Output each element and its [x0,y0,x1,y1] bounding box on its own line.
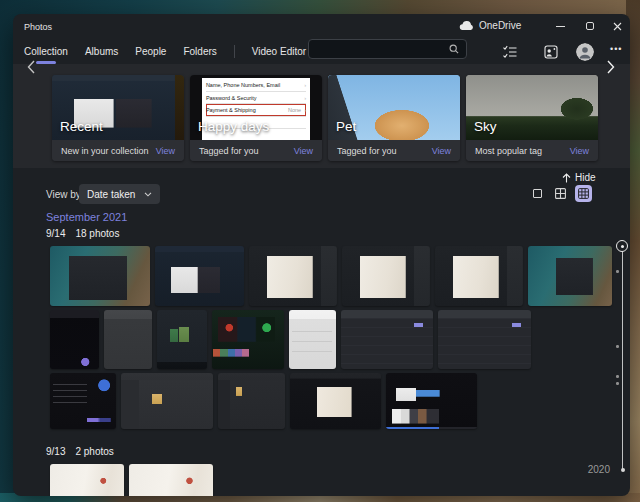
tab-collection[interactable]: Collection [24,46,68,57]
view-small-icon [578,188,589,199]
photo-section: 9/1418 photos [50,227,612,429]
card-caption-bar: Tagged for youView [190,140,322,161]
settings-row: Payment & ShippingNone› [206,104,306,117]
photo-thumbnail[interactable] [249,246,337,306]
maximize-icon [586,22,594,30]
photo-thumbnail[interactable] [342,246,430,306]
view-medium-icon [555,188,566,199]
photo-thumbnail[interactable] [212,310,284,369]
settings-row-label: Payment & Shipping [206,107,256,113]
select-multiple-button[interactable] [503,45,517,58]
hide-carousel-button[interactable]: Hide [562,172,596,183]
hero-carousel: RecentNew in your collectionViewName, Ph… [13,64,630,168]
close-button[interactable] [610,19,624,33]
card-view-link[interactable]: View [432,146,451,156]
onedrive-status[interactable]: OneDrive [459,20,521,31]
more-icon: ••• [610,44,622,54]
photo-thumbnail[interactable] [50,464,124,496]
card-caption-bar: Most popular tagView [466,140,598,161]
chevron-right-icon [607,60,615,74]
search-box[interactable] [308,39,467,59]
photo-thumbnail[interactable] [50,373,116,429]
photo-thumbnail[interactable] [50,246,150,306]
card-caption-bar: Tagged for youView [328,140,460,161]
cloud-icon [459,21,474,31]
photo-thumbnail[interactable] [218,373,285,429]
photo-thumbnail[interactable] [438,310,531,369]
photo-thumbnail[interactable] [341,310,433,369]
card-view-link[interactable]: View [294,146,313,156]
hero-card-sky[interactable]: SkyMost popular tagView [466,75,598,161]
view-small-button[interactable] [575,185,592,202]
chevron-left-icon [27,60,35,74]
photo-thumbnail[interactable] [290,373,381,429]
card-view-link[interactable]: View [570,146,589,156]
view-medium-button[interactable] [552,185,569,202]
carousel-next-button[interactable] [607,60,615,74]
photo-row [50,246,612,306]
photo-thumbnail[interactable] [386,373,477,429]
tab-people[interactable]: People [135,46,166,57]
card-title: Sky [474,119,497,134]
photo-thumbnail[interactable] [155,246,244,306]
people-tag-icon [544,45,558,59]
card-view-link[interactable]: View [156,146,175,156]
section-header: 9/132 photos [46,445,612,458]
search-input[interactable] [309,44,449,54]
photo-row [50,464,612,496]
hero-card-pet[interactable]: PetTagged for youView [328,75,460,161]
card-caption: New in your collection [61,146,149,156]
card-title: Recent [60,119,103,134]
more-button[interactable]: ••• [610,44,622,54]
photo-thumbnail[interactable] [157,310,207,369]
tab-folders[interactable]: Folders [183,46,216,57]
settings-row-label: Password & Security [206,95,257,101]
view-large-button[interactable] [529,185,546,202]
month-header[interactable]: September 2021 [46,211,127,223]
minimize-button[interactable] [553,19,567,33]
photo-thumbnail[interactable] [435,246,523,306]
card-title: Happy days [198,119,269,134]
maximize-button[interactable] [583,19,597,33]
section-date[interactable]: 9/13 [46,446,65,457]
photo-thumbnail[interactable] [121,373,213,429]
timeline-dot [616,345,619,348]
section-date[interactable]: 9/14 [46,228,65,239]
chevron-right-icon: › [304,82,306,88]
timeline-dot [616,382,619,385]
tab-albums[interactable]: Albums [85,46,118,57]
section-photo-count: 2 photos [75,446,113,457]
minimize-icon [556,26,565,27]
photo-thumbnail[interactable] [289,310,336,369]
view-large-icon [533,189,542,198]
timeline-end-dot [621,468,625,472]
chevron-down-icon [144,192,152,197]
hero-card-recent[interactable]: RecentNew in your collectionView [52,75,184,161]
hero-card-happy-days[interactable]: Name, Phone Numbers, Email›Password & Se… [190,75,322,161]
photo-thumbnail[interactable] [528,246,612,306]
hide-label: Hide [575,172,596,183]
timeline-year-marker: 2020 [588,464,610,475]
view-by-dropdown[interactable]: Date taken [79,184,160,204]
settings-row: Name, Phone Numbers, Email› [206,79,306,92]
carousel-prev-button[interactable] [27,60,35,74]
account-avatar[interactable] [576,43,594,61]
photo-thumbnail[interactable] [50,310,99,369]
arrow-up-icon [562,173,571,183]
section-photo-count: 18 photos [75,228,119,239]
people-tag-button[interactable] [544,45,558,59]
chevron-right-icon: › [304,107,306,113]
card-title: Pet [336,119,356,134]
avatar-icon [576,43,594,61]
photo-gallery: 9/1418 photos9/132 photos [50,227,612,496]
tab-video-editor[interactable]: Video Editor [252,46,306,57]
card-image: Name, Phone Numbers, Email›Password & Se… [190,75,322,140]
section-header: 9/1418 photos [46,227,612,240]
onedrive-label: OneDrive [479,20,521,31]
photo-thumbnail[interactable] [129,464,213,496]
settings-row: Password & Security› [206,92,306,105]
timeline-dot [616,270,619,273]
timeline-scrubber-handle[interactable] [616,240,628,252]
timeline-scrollbar[interactable] [622,246,623,470]
photo-thumbnail[interactable] [104,310,152,369]
